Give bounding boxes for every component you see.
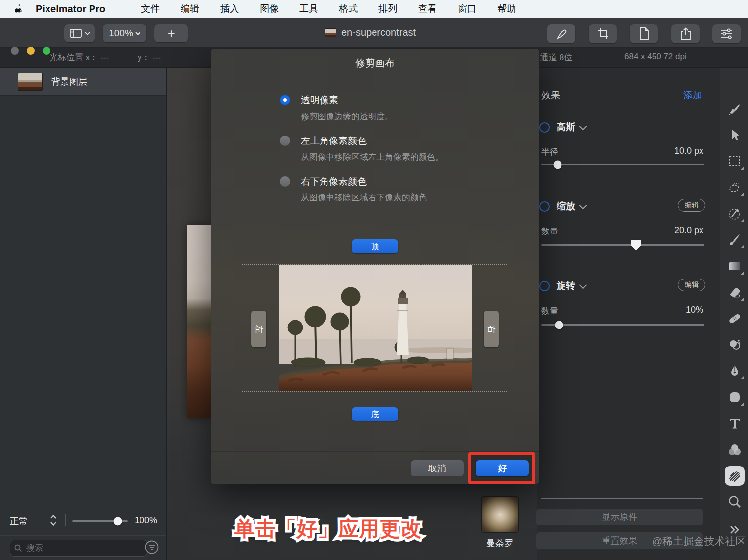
add-effect-button[interactable]: 添加 [683,89,702,102]
zoom-window-button[interactable] [43,47,50,55]
amount-slider[interactable] [541,244,704,246]
document-title: en-supercontrast [325,27,416,38]
menu-item-insert[interactable]: 插入 [220,2,239,15]
minimize-window-button[interactable] [27,47,35,55]
pen-tool-button[interactable] [547,24,575,43]
divider [0,535,166,536]
menu-item-image[interactable]: 图像 [260,2,279,15]
menu-item-file[interactable]: 文件 [141,2,160,15]
menu-item-edit[interactable]: 编辑 [181,2,199,15]
radio-off-icon [280,136,290,146]
menu-item-tools[interactable]: 工具 [299,2,318,15]
style-tool[interactable] [725,99,745,119]
type-icon [728,417,741,430]
menu-item-help[interactable]: 帮助 [497,2,516,15]
add-button[interactable]: + [154,24,188,42]
ok-button[interactable]: 好 [476,460,529,476]
zoom-level-button[interactable]: 100% [103,24,146,42]
pen-icon [555,27,568,41]
layer-name: 背景图层 [51,76,87,88]
effect-row-rotate[interactable]: 旋转 [539,280,586,292]
effects-tool[interactable] [725,466,745,486]
rectangular-selection-tool[interactable] [725,151,745,171]
opacity-slider[interactable] [72,520,128,522]
radio-top-left-pixel-color[interactable]: 左上角像素颜色 从图像中移除区域左上角像素的颜色。 [280,135,444,163]
menu-item-format[interactable]: 格式 [339,2,358,15]
param-value: 10.0 px [674,146,703,156]
amount-slider-knob[interactable] [631,240,641,251]
blend-mode-value[interactable]: 正常 [10,515,28,527]
style-brush-icon [728,102,742,116]
plus-icon: + [167,26,175,41]
crop-button[interactable] [589,24,617,43]
paintbrush-icon [728,233,742,247]
color-picker-tool[interactable] [725,204,745,224]
color-circles-icon [727,443,742,457]
divider [0,507,166,507]
edit-effect-button[interactable]: 编辑 [678,199,705,212]
radio-transparent-pixels[interactable]: 透明像素 修剪图像边缘的透明度。 [280,94,393,122]
edit-effect-button[interactable]: 编辑 [678,279,705,291]
tutorial-caption: 单击「好」应用更改 单击「好」应用更改 [234,515,421,543]
divider [541,105,704,105]
param-label: 数量 [541,226,558,237]
repair-tool[interactable] [725,309,745,328]
radius-slider[interactable] [541,164,704,165]
view-options-button[interactable] [64,24,95,42]
menu-item-arrange[interactable]: 排列 [378,2,397,15]
rotate-slider-knob[interactable] [555,321,563,329]
new-document-button[interactable] [630,24,658,43]
zoom-tool[interactable] [725,492,745,512]
radius-slider-knob[interactable] [554,160,562,169]
radio-bottom-right-pixel-color[interactable]: 右下角像素颜色 从图像中移除区域右下像素的颜色 [280,175,427,203]
bottom-trim-guide [242,391,507,392]
menu-item-view[interactable]: 查看 [418,2,437,15]
quick-select-icon [728,181,742,194]
tools-sidebar [720,67,748,560]
clone-tool[interactable] [725,335,745,355]
tool-options-button[interactable] [712,24,741,43]
search-input[interactable] [25,543,143,554]
layer-search-field[interactable] [10,540,147,557]
watermark: @稀土掘金技术社区 [652,534,746,548]
layer-thumbnail [18,73,43,91]
share-icon [679,27,692,41]
color-adjustments-tool[interactable] [725,440,745,460]
trim-bottom-button[interactable]: 底 [352,407,398,421]
app-name[interactable]: Pixelmator Pro [36,3,105,15]
effect-enabled-checkbox[interactable] [539,122,550,133]
clone-stamp-icon [728,338,742,352]
erase-tool[interactable] [725,282,745,302]
effect-preview-thumbnail[interactable] [481,496,519,533]
search-filter-button[interactable] [144,540,159,555]
arrange-tool[interactable] [725,125,745,145]
show-original-button[interactable]: 显示原件 [536,509,703,525]
trim-left-button[interactable]: 左 [251,311,266,347]
gradient-tool[interactable] [725,256,745,276]
trim-top-button[interactable]: 顶 [352,239,398,253]
double-chevron-right-icon [728,525,741,535]
layer-row-background[interactable]: 背景图层 [0,67,166,96]
cancel-button[interactable]: 取消 [411,460,464,476]
share-button[interactable] [671,24,700,43]
opacity-value: 100% [135,515,157,526]
opacity-slider-knob[interactable] [113,517,122,525]
apple-menu[interactable] [15,4,24,14]
chevron-down-icon [579,201,587,209]
canvas-image-sliver [187,225,211,418]
shape-tool[interactable] [725,387,745,407]
effect-row-zoom[interactable]: 缩放 [539,200,586,213]
rotate-amount-slider[interactable] [541,324,704,326]
effect-row-gaussian[interactable]: 高斯 [539,121,586,134]
quick-selection-tool[interactable] [725,178,745,197]
effect-enabled-checkbox[interactable] [539,281,550,291]
pen-tool[interactable] [725,361,745,381]
effect-enabled-checkbox[interactable] [539,201,550,212]
blend-mode-stepper[interactable] [49,514,57,527]
trim-right-button[interactable]: 右 [484,311,499,347]
close-window-button[interactable] [11,47,19,55]
paint-tool[interactable] [725,230,745,250]
channel-label: 通道 8位 [540,52,572,63]
menu-item-window[interactable]: 窗口 [458,2,476,15]
type-tool[interactable] [725,414,745,433]
